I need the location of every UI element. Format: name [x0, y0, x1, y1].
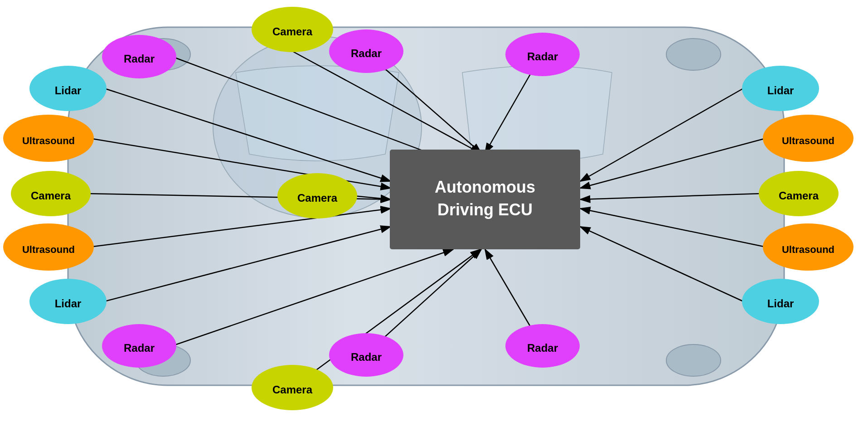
svg-text:Radar: Radar: [124, 53, 155, 65]
svg-text:Camera: Camera: [272, 383, 313, 396]
svg-text:Driving ECU: Driving ECU: [437, 200, 533, 219]
svg-text:Lidar: Lidar: [55, 297, 82, 310]
svg-text:Radar: Radar: [351, 47, 382, 59]
svg-text:Radar: Radar: [351, 351, 382, 363]
svg-text:Ultrasound: Ultrasound: [782, 244, 834, 255]
diagram-svg: Autonomous Driving ECU Camera Radar Rada…: [0, 0, 868, 422]
svg-text:Ultrasound: Ultrasound: [22, 135, 75, 146]
svg-point-5: [666, 344, 721, 376]
svg-text:Camera: Camera: [272, 25, 313, 38]
svg-text:Radar: Radar: [124, 342, 155, 354]
svg-text:Ultrasound: Ultrasound: [22, 244, 75, 255]
svg-text:Radar: Radar: [527, 342, 558, 354]
svg-point-4: [666, 39, 721, 70]
svg-text:Camera: Camera: [297, 192, 338, 204]
svg-text:Lidar: Lidar: [767, 84, 794, 97]
svg-text:Lidar: Lidar: [55, 84, 82, 97]
svg-text:Lidar: Lidar: [767, 297, 794, 310]
svg-text:Camera: Camera: [31, 189, 71, 202]
svg-rect-26: [390, 150, 580, 249]
svg-text:Radar: Radar: [527, 50, 558, 63]
diagram-container: Autonomous Driving ECU Camera Radar Rada…: [0, 0, 868, 422]
svg-text:Camera: Camera: [779, 189, 819, 202]
svg-text:Ultrasound: Ultrasound: [782, 135, 834, 146]
svg-text:Autonomous: Autonomous: [435, 178, 535, 196]
